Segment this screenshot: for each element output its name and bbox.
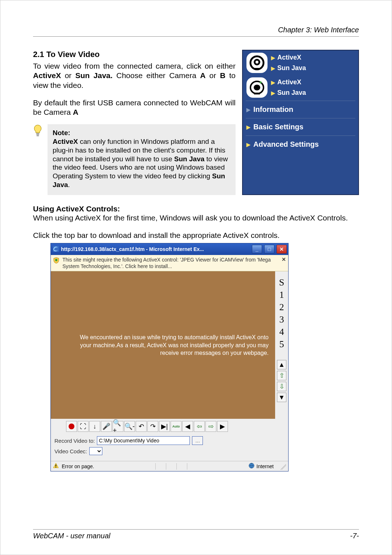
side-label-s[interactable]: S [279, 277, 284, 288]
triangle-icon: ▶ [271, 80, 275, 85]
rotate-left-icon[interactable]: ↶ [136, 421, 147, 432]
arrow-down-outline-icon[interactable]: ⇩ [277, 382, 286, 391]
infobar-close-icon[interactable]: ✕ [282, 256, 286, 262]
zoom-in-icon[interactable]: 🔍+ [113, 421, 123, 432]
sidebar-cam1-activex[interactable]: ▶ActiveX [271, 54, 306, 61]
svg-rect-0 [36, 133, 40, 134]
arrow-right-filled-icon[interactable]: ▶ [217, 421, 228, 432]
section-p2: By default the first USB camera connecte… [33, 98, 236, 117]
bold-sunjava: Sun Java. [75, 71, 113, 80]
arrow-down-filled-icon[interactable]: ▼ [277, 393, 286, 402]
t: or [61, 71, 75, 80]
label: Information [253, 105, 293, 114]
sidebar-cam2-sunjava[interactable]: ▶Sun Java [271, 89, 306, 97]
label: ActiveX [277, 54, 301, 61]
record-button[interactable] [66, 421, 77, 432]
ie-statusbar: Error on page. Internet [51, 461, 288, 471]
document-page: Chapter 3: Web Interface 2.1 To View Vid… [0, 0, 392, 555]
shield-icon [53, 257, 60, 265]
lightbulb-icon [33, 124, 44, 195]
arrow-up-filled-icon[interactable]: ▲ [277, 360, 286, 369]
video-side-controls: S 1 2 3 4 5 ▲ ⇧ ⇩ ▼ [275, 271, 288, 419]
note-bold2: Sun Java [174, 155, 204, 163]
zone-label: Internet [257, 463, 274, 469]
side-label-5[interactable]: 5 [279, 339, 284, 350]
internet-zone-icon [249, 463, 254, 470]
ie-titlebar[interactable]: http://192.168.0.38/actx_cam1f.htm - Mic… [51, 243, 288, 255]
mic-down-icon[interactable]: ↓ [89, 421, 100, 432]
note-bold1: ActiveX [53, 138, 78, 145]
triangle-icon: ▶ [271, 90, 275, 96]
codec-select[interactable] [89, 447, 102, 455]
video-area: We encountered an issue while trying to … [51, 271, 275, 419]
ie-activex-infobar[interactable]: This site might require the following Ac… [51, 255, 288, 271]
page-footer: WebCAM - user manual -7- [33, 529, 359, 540]
header-rule [33, 36, 359, 37]
video-error-text: We encountered an issue while trying to … [69, 333, 269, 357]
webcam-sidebar: ▶ActiveX ▶Sun Java ▶ActiveX ▶Sun Java ▶I… [242, 50, 359, 195]
arrow-left-outline-icon[interactable]: ⇦ [194, 421, 205, 432]
minimize-button[interactable]: _ [252, 245, 262, 254]
note-box: Note: ActiveX can only function in Windo… [48, 124, 236, 195]
sidebar-advanced-settings[interactable]: ▶Advanced Settings [243, 137, 358, 152]
t: Choose either Camera [113, 71, 200, 80]
record-path-input[interactable] [97, 436, 190, 445]
video-toolbar: ⛶ ↓ 🎤 🔍+ 🔍- ↶ ↷ ▶| Auto ◀ ⇦ ⇨ ▶ [51, 419, 288, 434]
record-path-label: Record Video to: [54, 438, 95, 444]
activex-p2: Click the top bar to download and instal… [33, 231, 359, 240]
arrow-up-outline-icon[interactable]: ⇧ [277, 371, 286, 380]
close-button[interactable]: ✕ [277, 245, 287, 254]
triangle-icon: ▶ [271, 65, 275, 71]
label: Basic Settings [253, 123, 303, 131]
sidebar-cam2-activex[interactable]: ▶ActiveX [271, 78, 306, 86]
label: Sun Java [277, 64, 306, 72]
t: To view video from the connected camera,… [33, 62, 236, 70]
svg-rect-6 [254, 68, 260, 70]
svg-rect-9 [254, 93, 260, 94]
bold-b: B [220, 71, 225, 80]
side-label-3[interactable]: 3 [279, 314, 284, 325]
auto-button[interactable]: Auto [171, 421, 181, 432]
label: Sun Java [277, 89, 306, 97]
zoom-out-icon[interactable]: 🔍- [124, 421, 135, 432]
triangle-icon: ▶ [271, 55, 275, 61]
svg-point-11 [55, 259, 57, 261]
bold-a: A [200, 71, 205, 80]
triangle-icon: ▶ [246, 107, 250, 113]
svg-rect-12 [56, 465, 56, 466]
using-activex-heading: Using ActiveX Controls: [33, 204, 359, 213]
footer-page-number: -7- [350, 532, 359, 540]
warning-icon [53, 463, 59, 470]
maximize-button[interactable]: □ [264, 245, 274, 254]
ie-app-icon [53, 246, 59, 253]
triangle-icon: ▶ [246, 124, 250, 130]
rotate-right-icon[interactable]: ↷ [147, 421, 158, 432]
label: Advanced Settings [253, 140, 319, 149]
side-label-2[interactable]: 2 [279, 302, 284, 313]
t: By default the first USB camera connecte… [33, 98, 236, 116]
skip-end-icon[interactable]: ▶| [159, 421, 170, 432]
mic-icon[interactable]: 🎤 [101, 421, 112, 432]
resize-grip-icon[interactable] [279, 463, 286, 470]
bold-activex: ActiveX [33, 71, 61, 80]
arrow-left-filled-icon[interactable]: ◀ [182, 421, 193, 432]
t: or [205, 71, 220, 80]
sidebar-cam1-sunjava[interactable]: ▶Sun Java [271, 64, 306, 72]
status-text: Error on page. [62, 463, 94, 469]
activex-p1: When using ActiveX for the first time, W… [33, 213, 359, 223]
bold-a2: A [73, 108, 78, 116]
footer-left: WebCAM - user manual [33, 532, 110, 540]
note-title: Note: [53, 129, 70, 137]
sidebar-basic-settings[interactable]: ▶Basic Settings [243, 119, 358, 135]
svg-point-5 [256, 61, 258, 64]
side-label-4[interactable]: 4 [279, 327, 284, 337]
side-label-1[interactable]: 1 [279, 289, 284, 300]
codec-label: Video Codec: [54, 448, 87, 454]
sidebar-information[interactable]: ▶Information [243, 102, 358, 117]
arrow-right-outline-icon[interactable]: ⇨ [205, 421, 216, 432]
browse-button[interactable]: … [192, 436, 203, 445]
camera-b-icon [246, 77, 268, 98]
chapter-header: Chapter 3: Web Interface [33, 26, 359, 36]
ie-title-text: http://192.168.0.38/actx_cam1f.htm - Mic… [61, 246, 250, 252]
selection-icon[interactable]: ⛶ [78, 421, 89, 432]
